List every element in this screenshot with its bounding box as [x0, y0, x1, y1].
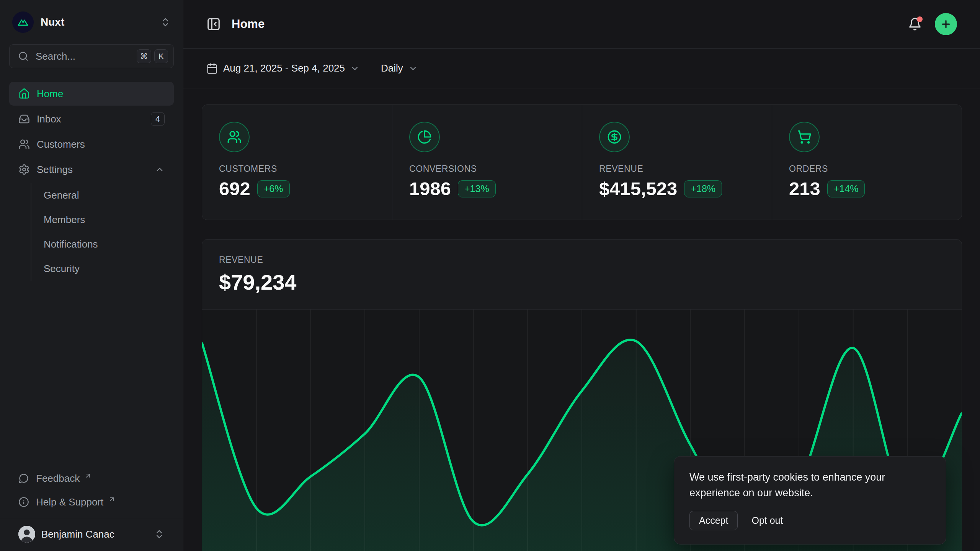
sidebar: Nuxt Search... ⌘ K Home	[0, 0, 183, 551]
stat-value: $415,523	[599, 178, 677, 199]
sidebar-item-inbox[interactable]: Inbox 4	[9, 107, 174, 131]
stat-delta-badge: +13%	[458, 180, 496, 197]
stat-delta-badge: +18%	[684, 180, 722, 197]
notifications-button[interactable]	[906, 16, 923, 33]
info-icon	[18, 497, 29, 507]
kbd-k: K	[154, 49, 168, 63]
stat-revenue: REVENUE $415,523 +18%	[582, 105, 772, 220]
revenue-total: $79,234	[219, 270, 945, 295]
collapse-sidebar-button[interactable]	[206, 17, 221, 31]
period-value: Daily	[381, 62, 403, 74]
stat-delta-badge: +14%	[827, 180, 865, 197]
pie-chart-icon	[409, 122, 440, 152]
gear-icon	[18, 164, 30, 175]
external-link-icon	[108, 496, 116, 503]
sidebar-item-label: Settings	[37, 164, 148, 176]
sidebar-nav: Home Inbox 4 Customers Settings	[9, 82, 174, 281]
stat-value: 213	[789, 178, 820, 199]
sidebar-item-security[interactable]: Security	[41, 256, 174, 281]
stat-orders: ORDERS 213 +14%	[772, 105, 962, 220]
stat-value: 1986	[409, 178, 451, 199]
stat-label: ORDERS	[789, 164, 945, 174]
calendar-icon	[206, 63, 218, 74]
circle-dollar-icon	[599, 122, 630, 152]
help-support-label: Help & Support	[36, 496, 103, 508]
stat-customers: CUSTOMERS 692 +6%	[202, 105, 392, 220]
shopping-cart-icon	[789, 122, 820, 152]
user-name: Benjamin Canac	[41, 528, 148, 540]
user-menu[interactable]: Benjamin Canac	[9, 518, 174, 551]
chat-bubble-icon	[18, 473, 29, 484]
cookie-message: We use first-party cookies to enhance yo…	[689, 469, 924, 501]
sidebar-footer: Feedback Help & Support Benjamin	[9, 466, 174, 551]
sidebar-item-members[interactable]: Members	[41, 207, 174, 232]
team-name: Nuxt	[41, 16, 153, 28]
users-icon	[18, 139, 30, 150]
settings-submenu: General Members Notifications Security	[31, 183, 174, 281]
stat-label: REVENUE	[599, 164, 755, 174]
chevrons-up-down-icon	[160, 17, 171, 28]
stat-label: CUSTOMERS	[219, 164, 375, 174]
stat-label: CONVERSIONS	[409, 164, 565, 174]
search-placeholder: Search...	[36, 51, 130, 62]
avatar	[18, 526, 35, 543]
team-switcher[interactable]: Nuxt	[9, 10, 174, 34]
stat-value: 692	[219, 178, 250, 199]
sidebar-item-label: Inbox	[37, 113, 144, 125]
accept-cookies-button[interactable]: Accept	[689, 511, 738, 530]
plus-icon	[940, 18, 952, 30]
search-icon	[18, 51, 29, 62]
sidebar-item-label: Customers	[37, 139, 165, 150]
feedback-label: Feedback	[36, 473, 80, 484]
optout-cookies-button[interactable]: Opt out	[751, 515, 783, 526]
filters-toolbar: Aug 21, 2025 - Sep 4, 2025 Daily	[183, 49, 980, 88]
sidebar-item-general[interactable]: General	[41, 183, 174, 207]
add-button[interactable]	[935, 13, 957, 35]
chevron-down-icon	[408, 64, 418, 73]
stat-conversions: CONVERSIONS 1986 +13%	[392, 105, 582, 220]
feedback-link[interactable]: Feedback	[9, 466, 174, 490]
notification-dot	[917, 16, 923, 22]
chevron-down-icon	[350, 64, 359, 73]
stat-delta-badge: +6%	[257, 180, 290, 197]
period-select[interactable]: Daily	[381, 62, 418, 74]
sidebar-item-settings[interactable]: Settings	[9, 158, 174, 181]
inbox-icon	[18, 113, 30, 125]
header-actions	[906, 13, 957, 35]
users-icon	[219, 122, 250, 152]
sidebar-item-customers[interactable]: Customers	[9, 132, 174, 156]
search-input[interactable]: Search... ⌘ K	[9, 44, 174, 68]
chevron-up-icon	[155, 165, 165, 174]
help-support-link[interactable]: Help & Support	[9, 490, 174, 514]
inbox-count-badge: 4	[151, 112, 165, 126]
sidebar-item-notifications[interactable]: Notifications	[41, 232, 174, 256]
page-title: Home	[232, 17, 265, 31]
search-shortcut: ⌘ K	[137, 49, 168, 63]
chevrons-up-down-icon	[154, 529, 165, 540]
cookie-banner: We use first-party cookies to enhance yo…	[674, 456, 946, 544]
sidebar-item-home[interactable]: Home	[9, 82, 174, 106]
revenue-label: REVENUE	[219, 255, 945, 265]
kbd-cmd: ⌘	[137, 49, 151, 63]
top-header: Home	[183, 0, 980, 49]
stats-row: CUSTOMERS 692 +6% CONVERSIONS 1986 +13%	[202, 104, 962, 220]
external-link-icon	[84, 472, 92, 479]
date-range-value: Aug 21, 2025 - Sep 4, 2025	[223, 62, 345, 74]
sidebar-item-label: Home	[37, 88, 165, 100]
date-range-picker[interactable]: Aug 21, 2025 - Sep 4, 2025	[206, 62, 359, 74]
nuxt-logo-icon	[12, 11, 34, 33]
home-icon	[18, 88, 30, 99]
